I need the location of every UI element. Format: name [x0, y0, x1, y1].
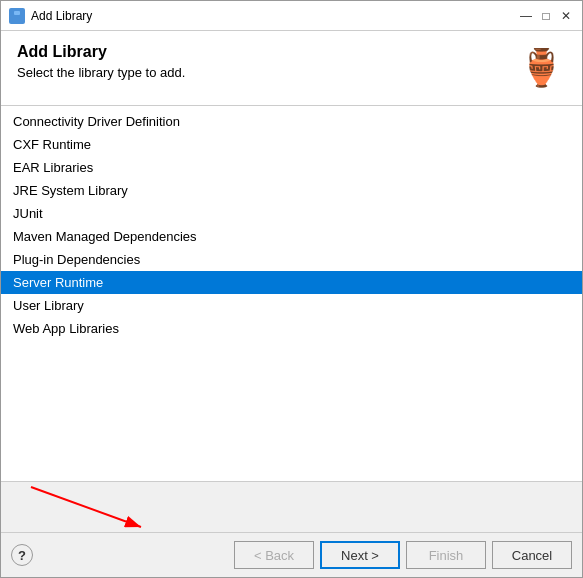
finish-button[interactable]: Finish [406, 541, 486, 569]
next-button[interactable]: Next > [320, 541, 400, 569]
add-library-window: Add Library — □ ✕ Add Library Select the… [0, 0, 583, 578]
header-icon: 🏺 [516, 43, 566, 93]
help-button[interactable]: ? [11, 544, 33, 566]
library-list-container: Connectivity Driver Definition CXF Runti… [1, 106, 582, 482]
library-item-ear[interactable]: EAR Libraries [1, 156, 582, 179]
library-item-webapp[interactable]: Web App Libraries [1, 317, 582, 340]
window-icon [9, 8, 25, 24]
header-title: Add Library [17, 43, 516, 61]
arrow-decoration-area [1, 482, 582, 532]
title-bar: Add Library — □ ✕ [1, 1, 582, 31]
close-button[interactable]: ✕ [558, 8, 574, 24]
library-list: Connectivity Driver Definition CXF Runti… [1, 106, 582, 344]
library-item-jre[interactable]: JRE System Library [1, 179, 582, 202]
library-item-junit[interactable]: JUnit [1, 202, 582, 225]
library-item-plugin[interactable]: Plug-in Dependencies [1, 248, 582, 271]
footer-area: ? < Back Next > Finish Cancel [1, 482, 582, 577]
library-item-server[interactable]: Server Runtime [1, 271, 582, 294]
dialog-header: Add Library Select the library type to a… [1, 31, 582, 106]
maximize-button[interactable]: □ [538, 8, 554, 24]
back-button[interactable]: < Back [234, 541, 314, 569]
header-subtitle: Select the library type to add. [17, 65, 516, 80]
library-item-user[interactable]: User Library [1, 294, 582, 317]
red-arrow-1 [21, 482, 221, 532]
window-controls: — □ ✕ [518, 8, 574, 24]
minimize-button[interactable]: — [518, 8, 534, 24]
svg-line-3 [31, 487, 141, 527]
button-row: ? < Back Next > Finish Cancel [1, 532, 582, 577]
window-title: Add Library [31, 9, 518, 23]
svg-rect-1 [14, 11, 20, 15]
library-item-maven[interactable]: Maven Managed Dependencies [1, 225, 582, 248]
library-item-connectivity[interactable]: Connectivity Driver Definition [1, 110, 582, 133]
library-item-cxf[interactable]: CXF Runtime [1, 133, 582, 156]
cancel-button[interactable]: Cancel [492, 541, 572, 569]
header-text: Add Library Select the library type to a… [17, 43, 516, 80]
